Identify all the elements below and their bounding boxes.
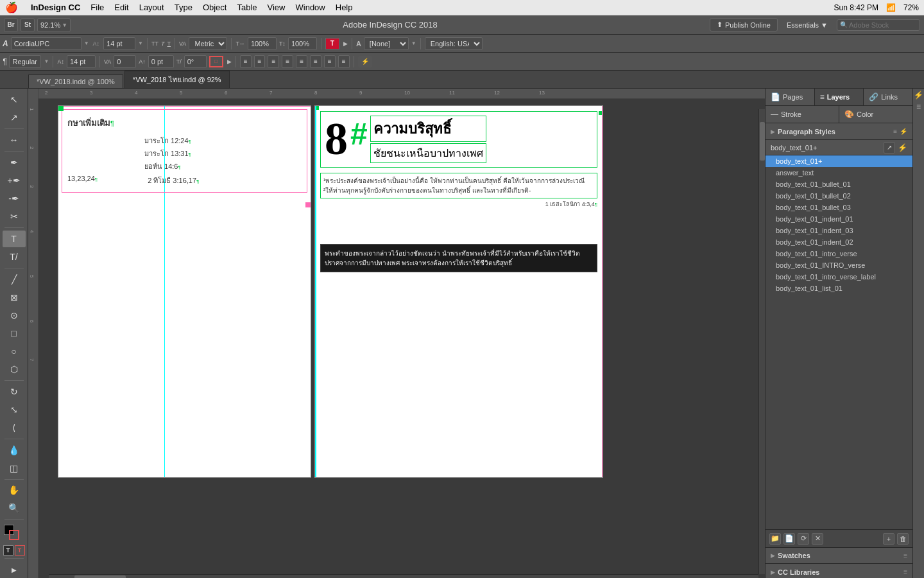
hand-tool[interactable]: ✋ xyxy=(3,482,26,498)
swatches-header[interactable]: ▶ Swatches ≡ xyxy=(766,547,912,564)
para-styles-header[interactable]: ▶ Paragraph Styles ≡ ⚡ xyxy=(766,123,912,140)
preview-btn[interactable]: ▶ xyxy=(3,561,26,578)
right-page[interactable]: 8 # ความบริสุทธิ์ ชัยชนะเหนือบาปทางเพศ xyxy=(314,105,603,478)
tab-vw2018[interactable]: *VW_2018.indd @ 100% xyxy=(28,74,123,88)
align-left-2-btn[interactable]: ≡ xyxy=(296,55,307,68)
style-item-10[interactable]: body_text_01_intro_verse_label xyxy=(766,271,912,283)
adobe-stock-search[interactable] xyxy=(837,19,920,31)
style-item-11[interactable]: body_text_01_list_01 xyxy=(766,283,912,294)
ellipse-frame-tool[interactable]: ⊙ xyxy=(3,307,26,324)
thin-btn-2[interactable]: ≡ xyxy=(914,102,924,112)
skew-input[interactable] xyxy=(184,55,207,68)
style-add-btn[interactable]: ⚡ xyxy=(898,143,907,152)
type-on-path-tool[interactable]: T/ xyxy=(3,249,26,265)
align-center-2-btn[interactable]: ≡ xyxy=(310,55,321,68)
ellipse-tool[interactable]: ○ xyxy=(3,343,26,360)
canvas-area[interactable]: 2 3 4 5 6 7 8 9 10 11 12 13 1 2 3 4 5 6 … xyxy=(28,89,765,578)
para-styles-list[interactable]: body_text_01+ answer_text body_text_01_b… xyxy=(766,155,912,529)
delete-anchor-tool[interactable]: -✒ xyxy=(3,190,26,207)
style-options-btn[interactable]: ↗ xyxy=(884,142,895,153)
menu-edit[interactable]: Edit xyxy=(114,3,128,12)
color-panel-tab[interactable]: 🎨 Color xyxy=(839,106,912,123)
stock-btn[interactable]: St xyxy=(21,18,35,32)
style-item-4[interactable]: body_text_01_bullet_03 xyxy=(766,202,912,213)
essentials-button[interactable]: Essentials ▼ xyxy=(782,19,833,31)
language-select[interactable]: English: USA xyxy=(425,37,483,50)
align-right-btn[interactable]: ≡ xyxy=(268,55,279,68)
lightning-btn[interactable]: ⚡ xyxy=(358,56,372,67)
cc-libraries-header[interactable]: ▶ CC Libraries ≡ xyxy=(766,564,912,578)
tab-vw2018-thai[interactable]: *VW_2018 ไทย.indd @ 92% xyxy=(124,71,230,88)
rect-frame-tool[interactable]: ⊠ xyxy=(3,289,26,306)
delete-style-btn[interactable]: 🗑 xyxy=(897,533,909,545)
h-scrollbar[interactable] xyxy=(49,574,758,578)
publish-online-button[interactable]: ⬆ Publish Online xyxy=(710,18,778,31)
stroke-box[interactable] xyxy=(9,530,19,540)
text-fill-btn[interactable]: T xyxy=(3,545,13,556)
style-item-3[interactable]: body_text_01_bullet_02 xyxy=(766,190,912,202)
links-panel-tab[interactable]: 🔗 Links xyxy=(864,89,912,105)
clear-overrides-btn[interactable]: ⟳ xyxy=(798,533,809,545)
font-style-input[interactable] xyxy=(9,55,41,68)
shear-tool[interactable]: ⟨ xyxy=(3,419,26,436)
text-stroke-btn[interactable]: T xyxy=(15,545,25,556)
selection-tool[interactable]: ↖ xyxy=(3,91,26,108)
pen-tool[interactable]: ✒ xyxy=(3,154,26,171)
h-scrollbar-thumb[interactable] xyxy=(74,575,126,578)
menu-type[interactable]: Type xyxy=(175,3,193,12)
menu-view[interactable]: View xyxy=(268,3,286,12)
scissors-tool[interactable]: ✂ xyxy=(3,208,26,225)
style-group-btn[interactable]: 📁 xyxy=(769,533,781,545)
style-item-2[interactable]: body_text_01_bullet_01 xyxy=(766,179,912,190)
align-center-btn[interactable]: ≡ xyxy=(254,55,266,68)
rect-tool[interactable]: □ xyxy=(3,325,26,342)
swatches-menu[interactable]: ≡ xyxy=(903,552,907,559)
thin-btn-1[interactable]: ⚡ xyxy=(914,91,924,101)
menu-table[interactable]: Table xyxy=(237,3,257,12)
more-btn-2[interactable]: ▶ xyxy=(227,58,232,65)
line-tool[interactable]: ╱ xyxy=(3,271,26,288)
eyedropper-tool[interactable]: 💧 xyxy=(3,442,26,459)
style-item-5[interactable]: body_text_01_indent_01 xyxy=(766,213,912,225)
align-left-btn[interactable]: ≡ xyxy=(240,55,252,68)
zoom-tool[interactable]: 🔍 xyxy=(3,500,26,516)
style-item-6[interactable]: body_text_01_indent_03 xyxy=(766,225,912,236)
delete-overrides-btn[interactable]: ✕ xyxy=(812,533,823,545)
gradient-tool[interactable]: ◫ xyxy=(3,460,26,477)
zoom-control[interactable]: 92.1% ▼ xyxy=(37,18,71,32)
v-scrollbar-thumb[interactable] xyxy=(760,122,765,161)
new-style-btn[interactable]: + xyxy=(883,533,894,545)
type-tool[interactable]: T xyxy=(3,231,26,247)
scale-tool[interactable]: ⤡ xyxy=(3,401,26,418)
menu-help[interactable]: Help xyxy=(336,3,353,12)
align-right-2-btn[interactable]: ≡ xyxy=(324,55,336,68)
baseline-input[interactable] xyxy=(148,55,174,68)
cc-menu[interactable]: ≡ xyxy=(903,568,907,575)
align-justify-btn[interactable]: ≡ xyxy=(282,55,293,68)
add-anchor-tool[interactable]: +✒ xyxy=(3,172,26,189)
leading-input[interactable] xyxy=(67,55,96,68)
v-scrollbar[interactable] xyxy=(758,109,765,574)
tracking-input[interactable] xyxy=(114,55,136,68)
new-style-from-selection-btn[interactable]: 📄 xyxy=(783,533,795,545)
text-color-btn[interactable]: T xyxy=(325,38,339,49)
stroke-panel-tab[interactable]: — Stroke xyxy=(766,106,839,123)
bridge-btn[interactable]: Br xyxy=(4,18,18,32)
para-styles-menu[interactable]: ≡ xyxy=(893,128,897,135)
direct-select-tool[interactable]: ↗ xyxy=(3,109,26,126)
menu-file[interactable]: File xyxy=(90,3,104,12)
rotate-tool[interactable]: ↻ xyxy=(3,383,26,400)
page-content-frame[interactable]: กษาเพิ่มเติม¶ มาระโก 12:24¶ มาระโก 13:31… xyxy=(62,109,307,193)
stroke-color-btn[interactable]: □ xyxy=(209,56,223,67)
menu-layout[interactable]: Layout xyxy=(139,3,164,12)
style-item-8[interactable]: body_text_01_intro_verse xyxy=(766,248,912,259)
polygon-tool[interactable]: ⬡ xyxy=(3,361,26,378)
kerning-select[interactable]: Metrics Optical 0 xyxy=(189,37,227,50)
align-justify-2-btn[interactable]: ≡ xyxy=(338,55,350,68)
h-scale-input[interactable] xyxy=(248,37,277,50)
layers-panel-tab[interactable]: ≡ Layers xyxy=(815,89,864,105)
right-page-content-area[interactable]: 8 # ความบริสุทธิ์ ชัยชนะเหนือบาปทางเพศ xyxy=(320,111,597,240)
verse-text-frame[interactable]: ¹พระประสงค์ของพระเจ้าเป็นอย่างนี้คือ ให้… xyxy=(320,173,597,198)
font-family-input[interactable] xyxy=(11,37,81,50)
menu-object[interactable]: Object xyxy=(203,3,227,12)
